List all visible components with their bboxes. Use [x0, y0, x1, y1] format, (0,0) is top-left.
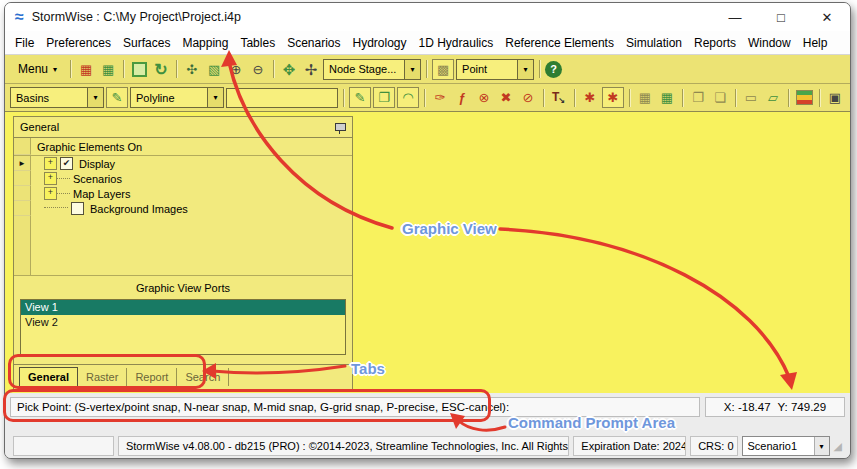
menu-help[interactable]: Help [797, 33, 834, 53]
grid-snap-icon[interactable]: ▦ [98, 59, 118, 79]
bottom-spacer [5, 421, 850, 434]
menu-scenarios[interactable]: Scenarios [281, 33, 346, 53]
status-expiration-date: Expiration Date: 2024- [573, 436, 686, 456]
grid-display-icon[interactable]: ▦ [76, 59, 96, 79]
menu-window[interactable]: Window [742, 33, 797, 53]
row-selector-cell [14, 138, 31, 155]
tab-raster[interactable]: Raster [78, 368, 127, 386]
resize-grip-icon[interactable]: ◢ [834, 440, 842, 453]
snap-point-icon[interactable]: ✱ [580, 88, 600, 108]
row-selector-cell[interactable] [14, 186, 31, 201]
paste-special-icon[interactable]: ❏ [710, 88, 730, 108]
panel-body: Graphic Elements On ► + ✔ Display + Scen… [14, 138, 352, 364]
expand-icon[interactable]: + [44, 157, 57, 170]
viewport-item[interactable]: View 2 [21, 315, 345, 330]
arrow-down-right-icon: ↘ [558, 94, 565, 107]
tab-report[interactable]: Report [127, 368, 177, 386]
tree-item-label: Map Layers [70, 188, 130, 200]
maximize-button[interactable]: □ [758, 3, 804, 31]
arc-tool-icon[interactable]: ◠ [397, 87, 419, 108]
menu-reports[interactable]: Reports [688, 33, 742, 53]
snap-settings-icon[interactable]: ✱ [602, 87, 624, 108]
node-tool-icon[interactable]: ✑ [430, 88, 450, 108]
draw-pencil-icon[interactable]: ✎ [349, 87, 371, 108]
expand-icon[interactable]: + [44, 187, 57, 200]
viewports-title: Graphic View Ports [14, 276, 352, 297]
point-dropdown[interactable]: Point ▾ [456, 59, 534, 80]
delete-vertex-icon[interactable]: ⊗ [474, 88, 494, 108]
refresh-view-icon[interactable]: ↻ [151, 59, 171, 79]
pin-icon[interactable] [335, 123, 346, 131]
zoom-in-icon[interactable]: ⊕ [226, 59, 246, 79]
expand-icon[interactable]: + [44, 172, 57, 185]
tree-item-label: Display [76, 158, 115, 170]
center-view-icon[interactable]: ✢ [301, 59, 321, 79]
tab-search[interactable]: Search [177, 368, 229, 386]
row-selector-cell[interactable] [14, 171, 31, 186]
menu-1d-hydraulics[interactable]: 1D Hydraulics [413, 33, 500, 53]
measure-ruler-icon[interactable]: ▭ [741, 88, 761, 108]
status-crs: CRS: 0 [690, 436, 737, 456]
menu-bar: File Preferences Surfaces Mapping Tables… [5, 31, 850, 55]
checkbox-checked[interactable]: ✔ [60, 157, 73, 170]
rotate-tool-icon[interactable]: ⊘ [518, 88, 538, 108]
row-selector-arrow[interactable]: ► [14, 156, 31, 171]
viewport-frame-icon[interactable]: ▣ [825, 88, 845, 108]
zoom-out-icon[interactable]: ⊖ [248, 59, 268, 79]
copy-elements-icon[interactable]: ❐ [373, 87, 395, 108]
menu-tables[interactable]: Tables [234, 33, 281, 53]
scale-tool-icon[interactable]: ✖ [496, 88, 516, 108]
tree-row-background-images[interactable]: Background Images [14, 201, 352, 216]
tree-connector [57, 178, 70, 179]
tree-row-scenarios[interactable]: + Scenarios [14, 171, 352, 186]
grid-toggle-icon[interactable]: ▦ [635, 88, 655, 108]
node-stage-value: Node Stage... [324, 63, 404, 75]
zoom-window-icon[interactable]: ▧ [204, 59, 224, 79]
selection-region-icon[interactable]: ▩ [432, 59, 454, 80]
close-button[interactable]: ✕ [804, 3, 850, 31]
command-bar: Pick Point: (S-vertex/point snap, N-near… [5, 393, 850, 421]
checkbox-unchecked[interactable] [71, 202, 84, 215]
tab-general[interactable]: General [19, 367, 78, 387]
help-icon[interactable]: ? [545, 61, 562, 78]
toolbar-separator [629, 89, 630, 107]
layer-dropdown[interactable]: Basins ▾ [10, 87, 104, 108]
tree-row-map-layers[interactable]: + Map Layers [14, 186, 352, 201]
minimize-button[interactable]: — [712, 3, 758, 31]
toolbar-separator [819, 89, 820, 107]
chevron-down-icon: ▾ [53, 65, 57, 74]
zoom-extents-icon[interactable]: ✣ [182, 59, 202, 79]
toolbar-main: Menu ▾ ▦ ▦ ↻ ✣ ▧ ⊕ ⊖ ✥ ✢ Node Stage... ▾… [5, 55, 850, 84]
status-app-info: StormWise v4.08.00 - db215 (PRO) : ©2014… [118, 436, 569, 456]
menu-mapping[interactable]: Mapping [176, 33, 234, 53]
graphic-view-area[interactable]: General Graphic Elements On ► + ✔ Displa… [5, 112, 850, 393]
duplicate-icon[interactable]: ❐ [688, 88, 708, 108]
menu-reference-elements[interactable]: Reference Elements [499, 33, 620, 53]
polygon-area-icon[interactable]: ▱ [763, 88, 783, 108]
extent-box-icon[interactable] [129, 59, 149, 79]
scenario-dropdown[interactable]: Scenario1 ▾ [742, 436, 830, 456]
text-tool-icon[interactable]: T ↘ [549, 88, 569, 108]
tree-row-display[interactable]: ► + ✔ Display [14, 156, 352, 171]
layers-legend-icon[interactable] [794, 88, 814, 108]
viewport-item-selected[interactable]: View 1 [21, 300, 345, 315]
menu-dropdown-button[interactable]: Menu ▾ [10, 59, 65, 79]
grid-style-icon[interactable]: ▦ [657, 88, 677, 108]
toolbar-separator [70, 60, 71, 78]
edit-layer-icon[interactable]: ✎ [106, 87, 128, 108]
pan-icon[interactable]: ✥ [279, 59, 299, 79]
command-input[interactable] [226, 88, 338, 108]
menu-file[interactable]: File [9, 33, 40, 53]
menu-surfaces[interactable]: Surfaces [117, 33, 176, 53]
shape-dropdown[interactable]: Polyline ▾ [130, 87, 224, 108]
menu-hydrology[interactable]: Hydrology [347, 33, 413, 53]
row-selector-cell[interactable] [14, 201, 31, 216]
menu-simulation[interactable]: Simulation [620, 33, 688, 53]
chevron-down-icon: ▾ [404, 60, 420, 79]
node-stage-dropdown[interactable]: Node Stage... ▾ [323, 59, 421, 80]
fillet-tool-icon[interactable]: ƒ [452, 88, 472, 108]
menu-preferences[interactable]: Preferences [40, 33, 117, 53]
green-square-icon [132, 62, 147, 77]
command-prompt[interactable]: Pick Point: (S-vertex/point snap, N-near… [10, 397, 700, 417]
toolbar-separator [273, 60, 274, 78]
